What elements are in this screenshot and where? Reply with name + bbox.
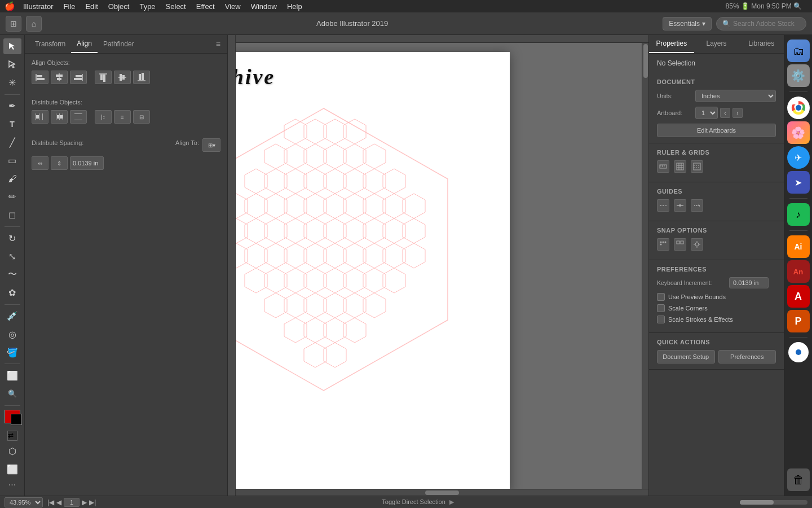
tab-pathfinder[interactable]: Pathfinder (98, 36, 140, 52)
direct-selection-tool[interactable] (3, 56, 21, 72)
essentials-btn[interactable]: Essentials ▾ (663, 17, 712, 30)
document-setup-btn[interactable]: Document Setup (657, 350, 715, 364)
align-center-horiz-btn[interactable] (51, 71, 68, 84)
dock-chrome[interactable] (787, 97, 810, 119)
dock-acrobat[interactable]: A (787, 285, 810, 308)
menu-type[interactable]: Type (135, 1, 160, 12)
h-scrollbar[interactable] (236, 489, 648, 496)
show-guides-btn[interactable] (657, 199, 669, 212)
menu-file[interactable]: File (59, 1, 80, 12)
dock-powerpoint[interactable]: P (787, 310, 810, 332)
search-stock[interactable]: 🔍 Search Adobe Stock (716, 17, 806, 30)
first-page-btn[interactable]: |◀ (47, 498, 54, 506)
align-right-btn[interactable] (70, 71, 87, 84)
artboard-tool[interactable]: ⬜ (3, 367, 21, 383)
dock-trash[interactable]: 🗑 (787, 468, 810, 491)
dock-finder[interactable]: 🗂 (787, 40, 810, 62)
v-scrollbar[interactable] (642, 43, 648, 489)
tab-align[interactable]: Align (71, 35, 98, 53)
lock-guides-btn[interactable] (674, 199, 686, 212)
edit-artboards-btn[interactable]: Edit Artboards (657, 124, 776, 137)
live-paint-tool[interactable]: 🪣 (3, 344, 21, 360)
canvas-area[interactable]: The Beehive (228, 35, 648, 496)
more-tools[interactable]: ··· (8, 480, 16, 492)
grid-icon-btn[interactable] (674, 160, 686, 173)
home-btn[interactable]: ⌂ (26, 16, 42, 32)
distribute-center-horiz-btn[interactable] (51, 110, 68, 124)
rectangle-tool[interactable]: ▭ (3, 152, 21, 168)
align-top-btn[interactable] (95, 71, 112, 84)
distribute-space-horiz-btn[interactable]: ⇔ (32, 156, 48, 170)
dock-animate[interactable]: An (787, 260, 810, 283)
menu-effect[interactable]: Effect (192, 1, 219, 12)
pencil-tool[interactable]: ✏ (3, 189, 21, 205)
pen-tool[interactable]: ✒ (3, 98, 21, 114)
rotate-tool[interactable]: ↻ (3, 230, 21, 246)
next-page-btn[interactable]: ▶ (82, 498, 87, 506)
align-to-btn[interactable]: ⊞▾ (202, 138, 220, 152)
menu-view[interactable]: View (220, 1, 245, 12)
snap-point-btn[interactable] (691, 238, 703, 251)
dock-spotify[interactable]: ♪ (787, 203, 810, 226)
tab-libraries[interactable]: Libraries (739, 35, 784, 53)
align-left-btn[interactable] (32, 71, 48, 84)
clear-guides-btn[interactable] (691, 199, 703, 212)
magic-wand-tool[interactable]: ✳ (3, 75, 21, 90)
distribute-bottom-btn[interactable]: ⊟ (133, 110, 150, 124)
scale-corners-checkbox[interactable] (657, 304, 665, 312)
symbol-tool[interactable]: ✿ (3, 285, 21, 301)
artboard-next[interactable]: › (732, 108, 743, 118)
workspace-btn[interactable]: ⊞ (6, 16, 21, 32)
menu-illustrator[interactable]: Illustrator (19, 1, 58, 12)
dock-settings[interactable]: ⚙️ (787, 64, 810, 87)
apple-menu[interactable]: 🍎 (5, 1, 15, 11)
warp-tool[interactable]: 〜 (3, 266, 21, 282)
menu-select[interactable]: Select (161, 1, 191, 12)
preferences-action-btn[interactable]: Preferences (718, 350, 776, 364)
line-tool[interactable]: ╱ (3, 134, 21, 150)
dock-bluetooth[interactable]: ✈ (787, 146, 810, 169)
snap-grid-btn[interactable] (657, 238, 669, 251)
dock-photos[interactable]: 🌸 (787, 121, 810, 144)
eraser-tool[interactable]: ◻ (3, 207, 21, 223)
screen-mode[interactable]: ⬜ (3, 462, 21, 478)
zoom-tool[interactable]: 🔍 (3, 386, 21, 401)
align-middle-vert-btn[interactable] (114, 71, 131, 84)
use-preview-bounds-checkbox[interactable] (657, 293, 665, 301)
page-input[interactable] (64, 498, 80, 507)
distribute-spacing-input[interactable] (70, 156, 104, 170)
menu-help[interactable]: Help (283, 1, 307, 12)
scale-strokes-checkbox[interactable] (657, 316, 665, 323)
menu-edit[interactable]: Edit (81, 1, 102, 12)
draw-mode[interactable]: ⬡ (3, 443, 21, 459)
zoom-select[interactable]: 43.95% 50% 100% (5, 497, 43, 507)
fill-color[interactable] (5, 410, 20, 424)
last-page-btn[interactable]: ▶| (89, 498, 96, 506)
prev-page-btn[interactable]: ◀ (56, 498, 61, 506)
tab-properties[interactable]: Properties (649, 35, 694, 53)
menu-object[interactable]: Object (104, 1, 134, 12)
type-tool[interactable]: T (3, 116, 21, 132)
distribute-center-vert-btn[interactable]: ≡ (114, 110, 131, 124)
ruler-icon-btn[interactable] (657, 160, 669, 173)
swap-colors[interactable]: ⇄ (7, 431, 17, 441)
artboard-prev[interactable]: ‹ (720, 108, 730, 118)
distribute-space-vert-btn[interactable]: ⇕ (51, 156, 68, 170)
units-select[interactable]: Inches Pixels Centimeters (695, 90, 776, 102)
dock-illustrator[interactable]: Ai (787, 235, 810, 258)
dock-chrome2[interactable] (788, 342, 809, 362)
paintbrush-tool[interactable]: 🖌 (3, 170, 21, 186)
panel-collapse[interactable]: ≡ (214, 35, 223, 53)
distribute-top-btn[interactable]: |↕ (95, 110, 112, 124)
artboard-select[interactable]: 1 (695, 107, 718, 119)
dock-arrow[interactable]: ➤ (787, 171, 810, 194)
tab-transform[interactable]: Transform (29, 36, 71, 52)
isometric-grid-btn[interactable] (691, 160, 703, 173)
blend-tool[interactable]: ◎ (3, 326, 21, 342)
scale-tool[interactable]: ⤡ (3, 248, 21, 264)
selection-tool[interactable] (3, 38, 21, 54)
distribute-right-btn[interactable] (70, 110, 87, 124)
align-bottom-btn[interactable] (133, 71, 150, 84)
tab-layers[interactable]: Layers (694, 35, 739, 53)
distribute-left-btn[interactable] (32, 110, 48, 124)
